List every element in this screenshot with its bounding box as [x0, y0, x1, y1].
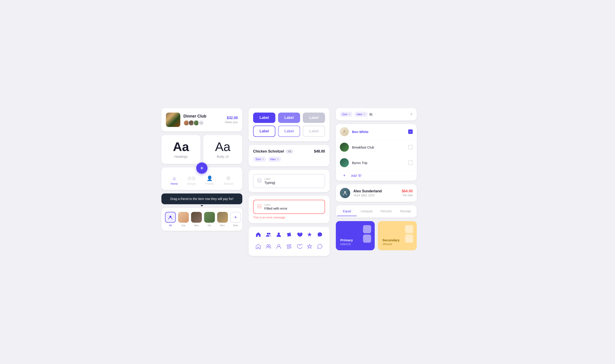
body-label: Body, UI: [208, 155, 238, 158]
buttons-section: Label Label Label Label Label Label: [249, 108, 329, 141]
dinner-club-image: [166, 113, 180, 127]
expense-name: Chicken Schnitzel ×2: [253, 149, 293, 154]
ben-white-checkbox[interactable]: ✓: [408, 130, 413, 134]
nav-account[interactable]: ⚙ Account: [223, 175, 233, 185]
input-typing-card: Label Typing: [249, 170, 329, 192]
expense-card: Chicken Schnitzel ×2 $48.00 Tom ✕ Alex ✕: [249, 145, 329, 166]
byron-trip-checkbox[interactable]: [408, 160, 413, 165]
breakfast-club-checkbox[interactable]: [408, 145, 413, 149]
dinner-club-card: Dinner Club +2 $32.00 Owes you: [161, 108, 242, 131]
tag-tom-label: Tom: [255, 157, 261, 161]
input-typing-label: Label: [264, 178, 321, 180]
friend-zoe[interactable]: Zoe: [178, 212, 189, 227]
avatar-more: +2: [198, 120, 204, 126]
account-icon: ⚙: [226, 175, 231, 181]
tag-alex-remove[interactable]: ✕: [277, 158, 279, 161]
chip-zoe-label: Zoe: [342, 113, 347, 116]
input-error-value[interactable]: Filled with error: [264, 207, 321, 210]
dropdown-item-byron-trip[interactable]: Byron Trip: [336, 155, 417, 170]
button-outline-primary[interactable]: Label: [253, 126, 275, 137]
svg-point-9: [269, 245, 270, 247]
svg-point-5: [267, 233, 269, 234]
tab-receipt[interactable]: Receipt: [396, 207, 415, 216]
dropdown-item-breakfast-club[interactable]: Breakfast Club: [336, 140, 417, 155]
swatch-primary-squares: [363, 225, 371, 243]
dropdown-add-item[interactable]: + Add "B": [336, 170, 417, 181]
friend-nic[interactable]: Nic: [204, 212, 215, 227]
input-error-label: Label: [264, 203, 321, 206]
friend-all-label: All: [169, 224, 172, 227]
chip-alex[interactable]: Alex ✕: [354, 112, 367, 117]
input-error-icon: [257, 204, 262, 210]
svg-point-8: [267, 245, 269, 247]
input-typing-value[interactable]: Typing: [264, 181, 321, 184]
svg-point-7: [278, 233, 280, 235]
tag-alex[interactable]: Alex ✕: [268, 156, 281, 162]
friend-all[interactable]: All: [165, 212, 176, 227]
fab-button[interactable]: +: [196, 162, 208, 174]
contact-amount: $64.00 You owe: [402, 189, 413, 197]
svg-point-4: [259, 205, 259, 206]
nav-groups[interactable]: ⊙⊙ Groups: [187, 175, 196, 185]
svg-point-11: [288, 246, 290, 247]
tag-alex-label: Alex: [270, 157, 276, 161]
tag-tom-remove[interactable]: ✕: [262, 158, 264, 161]
icons-outline-row: [253, 244, 325, 251]
svg-point-13: [344, 191, 346, 193]
friend-ben-avatar: [217, 212, 228, 223]
button-outline-secondary[interactable]: Label: [278, 126, 300, 137]
tab-percent[interactable]: Percent: [376, 207, 396, 216]
amount-value: $32.00: [225, 116, 238, 120]
heading-label: Headings: [166, 155, 196, 158]
error-message: This is an error message: [253, 216, 325, 219]
tab-unequal[interactable]: Unequal: [357, 207, 376, 216]
groups-filled-icon: [266, 232, 272, 239]
multiselect-add-button[interactable]: +: [410, 112, 413, 117]
button-primary[interactable]: Label: [253, 113, 275, 123]
button-secondary[interactable]: Label: [278, 113, 300, 123]
plus-icon: +: [200, 165, 204, 172]
chat-filled-icon: [317, 232, 323, 239]
chip-alex-remove[interactable]: ✕: [364, 113, 366, 116]
expense-amount: $48.00: [314, 149, 325, 154]
friend-ben[interactable]: Ben: [217, 212, 228, 227]
expense-badge: ×2: [286, 149, 293, 154]
swatch-secondary-hex: #ffda8d: [382, 242, 412, 246]
button-disabled: Label: [303, 113, 325, 123]
heart-outline-icon: [297, 244, 302, 251]
dropdown-item-ben-white[interactable]: Ben White ✓: [336, 124, 417, 140]
nav-items: ⌂ Home ⊙⊙ Groups 👤 Friends ⚙ Account: [166, 175, 238, 185]
home-outline-icon: [255, 244, 261, 251]
star-filled-icon: [307, 232, 313, 239]
nav-home[interactable]: ⌂ Home: [170, 175, 178, 185]
input-typing-field[interactable]: Label Typing: [253, 174, 325, 188]
svg-point-2: [259, 180, 259, 180]
nav-account-label: Account: [223, 182, 233, 185]
expense-name-text: Chicken Schnitzel: [253, 149, 284, 154]
home-icon: ⌂: [173, 175, 176, 181]
friend-zoe-label: Zoe: [181, 224, 186, 227]
dinner-club-amount: $32.00 Owes you: [225, 116, 238, 124]
nav-friends[interactable]: 👤 Friends: [205, 175, 214, 185]
swatch-primary-hex: #5641f2: [340, 242, 370, 246]
multiselect-input-text[interactable]: B|: [369, 113, 408, 116]
friend-nic-avatar: [204, 212, 215, 223]
contact-info: Alex Sunderland +614 1901 1975: [353, 189, 399, 197]
tag-tom[interactable]: Tom ✕: [253, 156, 266, 162]
chip-zoe[interactable]: Zoe ✕: [340, 112, 353, 117]
swatches-row: Primary #5641f2 Secondary #ffda8d: [336, 221, 417, 250]
breakfast-club-avatar: [340, 143, 349, 152]
friend-zoe-avatar: [178, 212, 189, 223]
swatch-sq-3: [405, 225, 413, 233]
chat-outline-icon: [317, 244, 323, 251]
multiselect-card[interactable]: Zoe ✕ Alex ✕ B| +: [336, 108, 417, 120]
input-error-field[interactable]: Label Filled with error: [253, 200, 325, 214]
friend-alex[interactable]: Alex: [191, 212, 202, 227]
tab-equal[interactable]: Equal: [337, 207, 357, 216]
friend-new[interactable]: + New: [230, 212, 241, 227]
column-3: Zoe ✕ Alex ✕ B| + Ben W: [336, 108, 417, 250]
nav-card: + ⌂ Home ⊙⊙ Groups 👤 Friends ⚙ Account: [161, 167, 242, 190]
chip-zoe-remove[interactable]: ✕: [348, 113, 350, 116]
add-icon: +: [340, 173, 349, 178]
input-typing-content: Label Typing: [264, 178, 321, 184]
